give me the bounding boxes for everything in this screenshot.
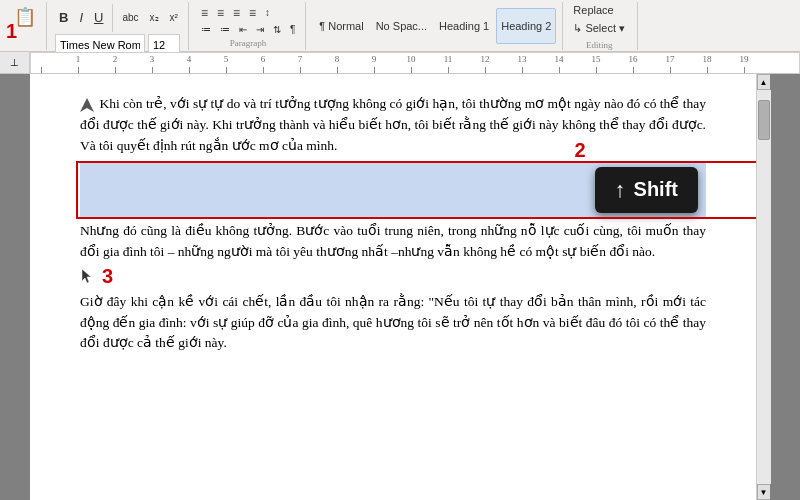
bold-button[interactable]: B	[55, 8, 72, 27]
strikethrough-button[interactable]: abc	[118, 10, 142, 25]
ruler: 12345678910111213141516171819	[30, 52, 800, 74]
shift-key-display: ↑ Shift	[595, 167, 698, 213]
paragraph2: Nhưng đó cũng là điều không tưởng. Bước …	[80, 221, 706, 263]
page-content[interactable]: Khi còn trẻ, với sự tự do và trí tưởng t…	[30, 74, 756, 500]
separator	[112, 4, 113, 32]
scroll-track[interactable]	[757, 90, 771, 484]
scroll-down-button[interactable]: ▼	[757, 484, 771, 500]
font-group: B I U abc x₂ x² Font	[49, 2, 189, 50]
paragraph-group: ≡ ≡ ≡ ≡ ↕ ≔ ≔ ⇤ ⇥ ⇅ ¶ Paragraph	[191, 2, 306, 50]
shift-label: Shift	[634, 178, 678, 201]
style-no-space-button[interactable]: No Spac...	[371, 8, 432, 44]
paragraph-group-label: Paragraph	[197, 38, 299, 48]
align-center-button[interactable]: ≡	[213, 4, 228, 22]
number-2-badge: 2	[575, 139, 586, 162]
scrollbar[interactable]: ▲ ▼	[756, 74, 770, 500]
ruler-container: ⊥ 12345678910111213141516171819	[0, 52, 800, 74]
sort-button[interactable]: ⇅	[269, 22, 285, 37]
svg-marker-1	[82, 269, 91, 283]
line-spacing-button[interactable]: ↕	[261, 5, 274, 20]
style-normal-button[interactable]: ¶ Normal	[314, 8, 368, 44]
bullets-button[interactable]: ≔	[197, 22, 215, 37]
left-margin: 1	[0, 74, 30, 500]
scroll-up-button[interactable]: ▲	[757, 74, 771, 90]
right-margin	[770, 74, 800, 500]
italic-button[interactable]: I	[75, 8, 87, 27]
paragraph3: Giờ đây khi cận kề với cái chết, lần đầu…	[80, 292, 706, 355]
paragraph1: Khi còn trẻ, với sự tự do và trí tưởng t…	[80, 94, 706, 157]
indent-increase-button[interactable]: ⇥	[252, 22, 268, 37]
scroll-thumb[interactable]	[758, 100, 770, 140]
style-heading1-button[interactable]: Heading 1	[434, 8, 494, 44]
highlighted-text	[88, 179, 595, 200]
number-3-badge: 3	[102, 265, 113, 288]
cursor-icon	[80, 268, 96, 284]
numbering-button[interactable]: ≔	[216, 22, 234, 37]
shift-up-arrow-icon: ↑	[615, 177, 626, 203]
underline-button[interactable]: U	[90, 8, 107, 27]
editing-group-label: Editing	[569, 40, 629, 50]
show-marks-button[interactable]: ¶	[286, 22, 299, 37]
toolbar: 📋 B I U abc x₂ x² Font ≡ ≡ ≡ ≡ ↕ ≔	[0, 0, 800, 52]
ruler-left-button[interactable]: ⊥	[0, 52, 30, 74]
indent-decrease-button[interactable]: ⇤	[235, 22, 251, 37]
arrow-marker-icon	[80, 98, 94, 112]
style-heading2-button[interactable]: Heading 2	[496, 8, 556, 44]
editing-group: Replace ↳ Select ▾ Editing	[565, 2, 638, 50]
justify-button[interactable]: ≡	[245, 4, 260, 22]
replace-button[interactable]: Replace	[569, 2, 617, 18]
select-button[interactable]: ↳ Select ▾	[569, 20, 629, 37]
svg-marker-0	[80, 98, 94, 112]
subscript-button[interactable]: x₂	[146, 10, 163, 25]
document-area: 1 Khi còn trẻ, với sự tự do và trí tưởng…	[0, 74, 800, 500]
align-right-button[interactable]: ≡	[229, 4, 244, 22]
align-left-button[interactable]: ≡	[197, 4, 212, 22]
styles-group: ¶ Normal No Spac... Heading 1 Heading 2	[308, 2, 563, 50]
superscript-button[interactable]: x²	[166, 10, 182, 25]
